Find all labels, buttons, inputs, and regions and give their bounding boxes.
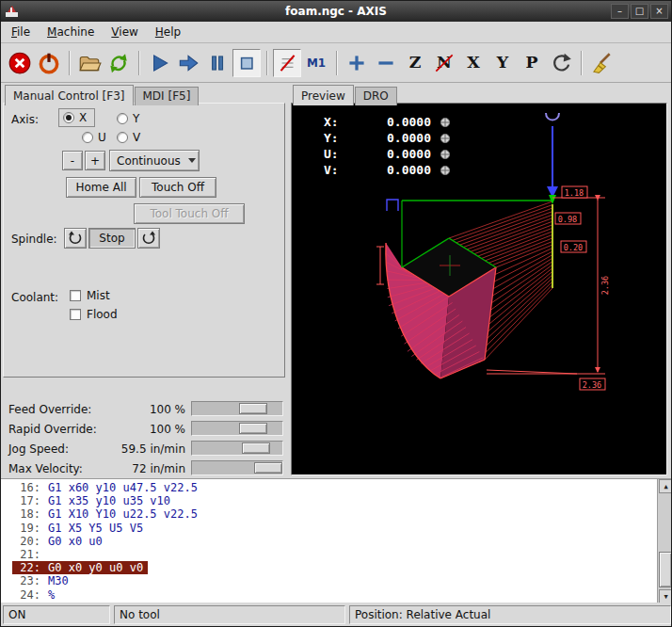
dro-row-x: X:0.0000: [324, 114, 451, 130]
run-step-button[interactable]: [174, 49, 202, 77]
scroll-down-arrow[interactable]: ▼: [659, 589, 672, 603]
clear-plot-icon: [589, 51, 614, 75]
rapid-override-label: Rapid Override:: [8, 423, 97, 436]
menu-view[interactable]: View: [103, 23, 146, 41]
stop-button[interactable]: [232, 49, 261, 77]
spindle-stop-button[interactable]: Stop: [88, 228, 136, 249]
max-velocity-slider[interactable]: [191, 460, 283, 475]
machine-state-cell: ON: [3, 605, 110, 624]
max-velocity-row: Max Velocity: 72 in/min: [1, 458, 289, 478]
estop-button[interactable]: [6, 49, 34, 77]
jog-mode-dropdown[interactable]: Continuous: [109, 150, 200, 171]
jog-speed-handle[interactable]: [242, 442, 270, 454]
manual-control-panel: Manual Control [F3] MDI [F5] Axis: X Y: [1, 83, 289, 478]
view-x-button[interactable]: X: [459, 49, 488, 77]
unhomed-icon: [440, 165, 451, 176]
touch-off-button[interactable]: Touch Off: [139, 177, 216, 198]
jog-speed-value: 59.5 in/min: [91, 442, 185, 456]
tab-manual-control[interactable]: Manual Control [F3]: [5, 85, 134, 105]
skip-lines-button[interactable]: [273, 49, 301, 77]
scroll-up-arrow[interactable]: ▲: [659, 479, 672, 493]
open-file-button[interactable]: [75, 49, 104, 77]
view-z-button[interactable]: Z: [401, 49, 429, 77]
jog-minus-button[interactable]: -: [62, 151, 83, 170]
rapid-override-handle[interactable]: [239, 423, 267, 434]
dim-label: 1.18: [565, 188, 584, 198]
spindle-ccw-button[interactable]: [64, 228, 87, 249]
jog-speed-label: Jog Speed:: [8, 442, 69, 456]
tab-mdi[interactable]: MDI [F5]: [135, 87, 200, 105]
view-z-rotated-button[interactable]: N: [430, 49, 458, 77]
scrollbar-thumb[interactable]: [659, 552, 672, 587]
clear-plot-button[interactable]: [587, 49, 616, 77]
close-button[interactable]: ×: [650, 4, 668, 19]
menu-machine[interactable]: Machine: [39, 23, 103, 41]
pause-button[interactable]: [203, 49, 232, 77]
tab-preview[interactable]: Preview: [293, 85, 354, 105]
preview-canvas[interactable]: 1.18 0.98 0.20 2.36 2.36 X:0.000: [291, 103, 667, 475]
minimize-button[interactable]: –: [611, 4, 629, 19]
maximize-button[interactable]: □: [631, 4, 648, 19]
machine-power-button[interactable]: [35, 49, 63, 77]
menu-help[interactable]: Help: [147, 23, 189, 41]
reload-button[interactable]: [104, 49, 133, 77]
stop-icon: [234, 51, 259, 75]
gcode-line[interactable]: 21:: [12, 548, 657, 561]
radio-v-icon: [117, 132, 128, 143]
spindle-cw-button[interactable]: [137, 228, 160, 249]
feed-override-row: Feed Override: 100 %: [1, 399, 289, 419]
gcode-line[interactable]: 19:G1 X5 Y5 U5 V5: [12, 522, 657, 535]
feed-override-slider[interactable]: [191, 401, 283, 416]
gcode-line[interactable]: 20:G0 x0 u0: [12, 535, 657, 548]
flood-checkbox[interactable]: Flood: [70, 308, 118, 321]
axis-radio-x[interactable]: X: [58, 108, 95, 127]
feed-override-label: Feed Override:: [8, 403, 91, 416]
gcode-line[interactable]: 23:M30: [12, 574, 657, 587]
toolbar-separator: [69, 51, 71, 75]
jog-speed-slider[interactable]: [191, 441, 283, 456]
view-x-icon: X: [461, 51, 486, 75]
max-velocity-handle[interactable]: [254, 462, 282, 474]
zoom-out-button[interactable]: [372, 49, 400, 77]
axis-radio-y[interactable]: Y: [117, 112, 139, 125]
dim-label: 2.36: [583, 380, 601, 390]
spindle-cw-icon: [141, 231, 156, 246]
dim-label: 0.20: [564, 243, 583, 252]
mist-checkbox[interactable]: Mist: [70, 289, 110, 302]
run-button[interactable]: [145, 49, 173, 77]
view-y-button[interactable]: Y: [488, 49, 517, 77]
feed-override-handle[interactable]: [239, 403, 267, 414]
statusbar: ON No tool Position: Relative Actual: [1, 603, 672, 627]
jog-plus-button[interactable]: +: [85, 151, 105, 170]
toolbar-separator: [138, 51, 140, 75]
gcode-line-active[interactable]: 22:G0 x0 y0 u0 v0: [12, 561, 657, 574]
menu-file[interactable]: File: [3, 23, 39, 41]
unhomed-icon: [440, 133, 451, 144]
home-all-button[interactable]: Home All: [66, 177, 136, 198]
axis-radio-u[interactable]: U: [82, 131, 106, 144]
rapid-override-slider[interactable]: [191, 421, 283, 436]
view-perspective-button[interactable]: P: [518, 49, 546, 77]
tab-dro[interactable]: DRO: [355, 87, 397, 105]
rotate-view-icon: [549, 51, 573, 75]
gcode-listing[interactable]: 16:G1 x60 y10 u47.5 v22.5 17:G1 x35 y10 …: [1, 478, 672, 603]
svg-text:Z: Z: [409, 53, 422, 72]
feed-override-value: 100 %: [91, 403, 185, 416]
u-axis-marker: [546, 113, 559, 121]
limit-marker: [387, 200, 398, 211]
titlebar[interactable]: foam.ngc - AXIS – □ ×: [1, 1, 671, 22]
run-icon: [147, 51, 171, 75]
main-area: Manual Control [F3] MDI [F5] Axis: X Y: [1, 83, 672, 478]
axis-radio-v[interactable]: V: [117, 131, 140, 144]
svg-text:M1: M1: [307, 56, 326, 70]
gcode-line[interactable]: 17:G1 x35 y10 u35 v10: [12, 494, 657, 507]
gcode-scrollbar[interactable]: ▲ ▼: [657, 479, 672, 603]
rotate-view-button[interactable]: [547, 49, 575, 77]
dro-row-v: V:0.0000: [324, 162, 451, 178]
dim-label: 2.36: [600, 276, 610, 295]
zoom-in-button[interactable]: [343, 49, 371, 77]
gcode-line[interactable]: 16:G1 x60 y10 u47.5 v22.5: [12, 481, 657, 494]
gcode-line[interactable]: 18:G1 X10 Y10 u22.5 v22.5: [12, 507, 657, 521]
optional-pause-button[interactable]: M1: [302, 49, 330, 77]
gcode-line[interactable]: 24:%: [12, 588, 657, 602]
